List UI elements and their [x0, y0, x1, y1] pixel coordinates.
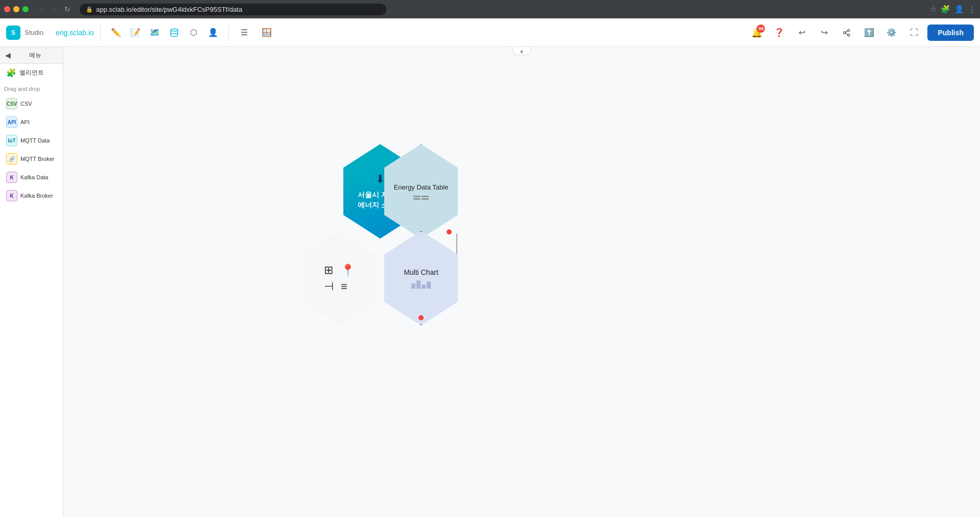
sidebar-item-kafka-data[interactable]: K Kafka Data [2, 169, 61, 186]
export-btn[interactable]: ⬆️ [860, 24, 878, 42]
svg-point-1 [848, 29, 850, 31]
sidebar: ◀ 메뉴 🧩 엘리먼트 Drag and drop CSV CSV API AP… [0, 47, 63, 517]
nav-back[interactable]: ← [36, 4, 47, 14]
multi-chart-label: Multi Chart [404, 268, 438, 276]
hex-toolbox-wrapper[interactable]: ⊞ 📍 ⊣ ≡ [298, 231, 380, 325]
toolbar-divider-1 [100, 25, 101, 40]
bookmark-icon[interactable]: ☆ [930, 5, 937, 14]
browser-actions: ☆ 🧩 👤 ⋮ [930, 5, 976, 14]
lock-icon: 🔒 [86, 6, 93, 13]
kafka-broker-label: Kafka Broker [20, 193, 53, 199]
notification-btn[interactable]: 🔔 99 [748, 24, 766, 42]
logo-icon: S [6, 26, 20, 40]
undo-btn[interactable]: ↩ [792, 24, 811, 42]
kafka-data-label: Kafka Data [20, 174, 48, 180]
sidebar-back-btn[interactable]: ◀ [4, 50, 12, 60]
brand-name: Studio [25, 29, 43, 36]
element-icon: 🧩 [6, 68, 16, 78]
app-toolbar: S Studio eng.sclab.io ✏️ 📝 🗺️ ⬡ 👤 ☰ 🪟 🔔 … [0, 18, 980, 47]
multi-chart-red-dot [418, 315, 424, 320]
extension-icon[interactable]: 🧩 [941, 5, 950, 14]
energy-table-red-dot [447, 229, 452, 234]
menu-icon[interactable]: ⋮ [968, 5, 976, 14]
tool-pencil-btn[interactable]: ✏️ [107, 24, 125, 42]
toolbar-right: 🔔 99 ❓ ↩ ↪ ⬆️ ⚙️ ⛶ Publish [748, 24, 974, 42]
sidebar-title: 메뉴 [29, 51, 41, 60]
browser-close-btn[interactable] [4, 6, 10, 12]
grid-icon: ⊞ [324, 264, 338, 277]
sidebar-item-api[interactable]: API API [2, 113, 61, 131]
tool-user-btn[interactable]: 👤 [204, 24, 222, 42]
share-btn[interactable] [837, 24, 856, 42]
connections-svg [63, 47, 980, 517]
tool-list-btn[interactable]: ☰ [235, 24, 253, 42]
settings-btn[interactable]: ⚙️ [882, 24, 901, 42]
filter-icon: ⊣ [324, 280, 338, 293]
notification-badge: 99 [757, 25, 765, 33]
energy-table-icon [413, 196, 429, 200]
browser-min-btn[interactable] [13, 6, 19, 12]
redo-btn[interactable]: ↪ [815, 24, 833, 42]
toolbar-divider-2 [228, 25, 229, 40]
browser-chrome: ← → ↻ 🔒 app.sclab.io/editor/site/pwG4idx… [0, 0, 980, 18]
toolbar-group-tools: ✏️ 📝 🗺️ ⬡ 👤 [107, 24, 222, 42]
tool-map-btn[interactable]: 🗺️ [146, 24, 164, 42]
hex-multichart-wrapper[interactable]: Multi Chart [380, 231, 462, 325]
toolbox-icons: ⊞ 📍 ⊣ ≡ [324, 264, 355, 293]
pin-icon: 📍 [341, 264, 355, 277]
hex-source-wrapper[interactable]: ⬇ 서울시 지역별 에너지 소비량 [298, 144, 380, 239]
logo-area: S Studio [6, 26, 43, 40]
sidebar-header: ◀ 메뉴 [0, 47, 63, 64]
canvas-area: ▲ ⬇ 서울시 지역별 에너지 소비량 Energy Data Table [63, 47, 980, 517]
tool-hex-btn[interactable]: ⬡ [184, 24, 203, 42]
svg-line-4 [846, 33, 848, 35]
fullscreen-btn[interactable]: ⛶ [905, 24, 923, 42]
url-text: app.sclab.io/editor/site/pwG4idxkFCsP95S… [96, 6, 242, 13]
mqtt-broker-icon: 🔗 [6, 153, 17, 165]
site-link[interactable]: eng.sclab.io [56, 29, 94, 37]
address-bar[interactable]: 🔒 app.sclab.io/editor/site/pwG4idxkFCsP9… [80, 4, 386, 15]
svg-point-3 [848, 34, 850, 36]
csv-label: CSV [20, 101, 32, 107]
browser-max-btn[interactable] [22, 6, 29, 12]
canvas-collapse-btn[interactable]: ▲ [512, 47, 531, 55]
publish-button[interactable]: Publish [927, 25, 974, 41]
sidebar-item-kafka-broker[interactable]: K Kafka Broker [2, 187, 61, 204]
api-label: API [20, 119, 30, 125]
sidebar-item-mqtt-data[interactable]: IoT MQTT Data [2, 132, 61, 149]
tool-window-btn[interactable]: 🪟 [258, 24, 276, 42]
hex-energy-node[interactable]: Energy Data Table [380, 144, 462, 239]
kafka-data-icon: K [6, 172, 17, 183]
element-label: 엘리먼트 [19, 68, 44, 77]
sidebar-item-csv[interactable]: CSV CSV [2, 95, 61, 112]
tool-text-btn[interactable]: 📝 [126, 24, 145, 42]
tool-db-btn[interactable] [165, 24, 183, 42]
logo-letter: S [11, 29, 15, 36]
mqtt-data-icon: IoT [6, 135, 17, 146]
toolbox-content: ⊞ 📍 ⊣ ≡ [324, 264, 355, 293]
hex-energy-wrapper[interactable]: Energy Data Table [380, 144, 462, 239]
api-icon: API [6, 116, 17, 128]
mqtt-data-label: MQTT Data [20, 137, 50, 144]
main-layout: ◀ 메뉴 🧩 엘리먼트 Drag and drop CSV CSV API AP… [0, 47, 980, 517]
multi-chart-icon [411, 280, 431, 289]
profile-icon[interactable]: 👤 [954, 5, 964, 14]
hex-multichart-node[interactable]: Multi Chart [380, 231, 462, 325]
sidebar-drag-label: Drag and drop [0, 82, 63, 94]
hex-toolbox-node[interactable]: ⊞ 📍 ⊣ ≡ [298, 231, 380, 325]
list-add-icon: ≡ [341, 280, 355, 293]
nav-reload[interactable]: ↻ [62, 4, 73, 14]
help-btn[interactable]: ❓ [770, 24, 788, 42]
mqtt-broker-label: MQTT Broker [20, 156, 54, 162]
csv-icon: CSV [6, 98, 17, 109]
svg-point-0 [171, 29, 178, 31]
sidebar-item-mqtt-broker[interactable]: 🔗 MQTT Broker [2, 150, 61, 168]
browser-nav: ← → ↻ [36, 4, 73, 14]
nav-forward[interactable]: → [49, 4, 60, 14]
kafka-broker-icon: K [6, 190, 17, 201]
energy-table-label: Energy Data Table [394, 183, 449, 192]
svg-point-2 [844, 32, 846, 34]
svg-line-5 [846, 31, 848, 32]
sidebar-item-element[interactable]: 🧩 엘리먼트 [2, 65, 61, 81]
